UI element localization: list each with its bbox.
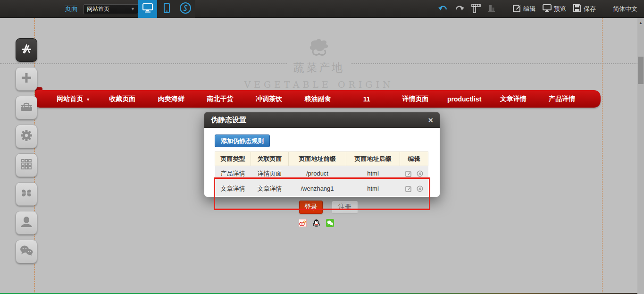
table-row: 文章详情 文章详情 /wenzhang1 html bbox=[215, 181, 428, 196]
nav-item-productlist[interactable]: productlist bbox=[440, 95, 489, 103]
responsive-icon bbox=[179, 2, 192, 16]
sidebar-item-widgets[interactable] bbox=[16, 182, 37, 206]
nav-item-dry-goods[interactable]: 南北干货 bbox=[196, 95, 245, 103]
col-header-linked-page: 关联页面 bbox=[251, 152, 289, 166]
redo-icon bbox=[455, 5, 464, 13]
sidebar-item-modules-grid[interactable] bbox=[16, 153, 37, 177]
page-label: 页面 bbox=[65, 5, 78, 13]
page-dropdown[interactable]: 网站首页 ▼ bbox=[84, 4, 138, 14]
site-logo: 蔬菜产地 VEGETABLE ORIGIN bbox=[0, 38, 638, 90]
clover-widgets-icon bbox=[20, 187, 33, 201]
desktop-view-button[interactable] bbox=[138, 0, 157, 18]
sidebar-item-settings[interactable] bbox=[16, 125, 37, 148]
sidebar-item-design-market[interactable] bbox=[16, 38, 37, 62]
qq-icon[interactable] bbox=[312, 219, 320, 227]
nav-item-favorites[interactable]: 收藏页面 bbox=[98, 95, 147, 103]
login-button[interactable]: 登录 bbox=[299, 201, 323, 214]
register-button[interactable]: 注册 bbox=[332, 201, 358, 214]
site-navbar: 网站首页▼ 收藏页面 肉类海鲜 南北干货 冲调茶饮 粮油副食 11 详情页面 p… bbox=[35, 90, 601, 108]
language-label: 简体中文 bbox=[613, 5, 637, 13]
row-delete-icon[interactable] bbox=[417, 185, 423, 192]
site-subtitle: VEGETABLE ORIGIN bbox=[0, 79, 638, 90]
sidebar-item-wechat[interactable] bbox=[16, 240, 37, 263]
editor-sidebar bbox=[16, 38, 37, 269]
rules-table: 页面类型 关联页面 页面地址前缀 页面地址后缀 编辑 产品详情 详情页面 /pr… bbox=[215, 151, 428, 196]
preview-label: 预览 bbox=[554, 5, 566, 13]
cell-url-suffix: html bbox=[346, 181, 400, 196]
nav-item-product-detail[interactable]: 产品详情 bbox=[537, 95, 586, 103]
nav-item-home[interactable]: 网站首页▼ bbox=[49, 95, 98, 103]
cell-page-type: 产品详情 bbox=[215, 166, 251, 181]
col-header-url-prefix: 页面地址前缀 bbox=[289, 152, 346, 166]
redo-button[interactable] bbox=[455, 5, 464, 13]
sidebar-item-member[interactable] bbox=[16, 211, 37, 235]
weibo-icon[interactable] bbox=[299, 219, 307, 227]
scrollbar-thumb[interactable] bbox=[638, 57, 644, 84]
cell-linked-page: 详情页面 bbox=[251, 166, 289, 181]
ruler-icon bbox=[471, 4, 481, 15]
mobile-icon bbox=[164, 3, 170, 15]
top-toolbar: 页面 网站首页 ▼ bbox=[0, 0, 644, 18]
edit-pencil-icon bbox=[513, 4, 521, 14]
add-rule-button[interactable]: 添加伪静态规则 bbox=[215, 134, 270, 147]
page-dropdown-value: 网站首页 bbox=[87, 5, 109, 13]
sidebar-item-toolbox[interactable] bbox=[16, 96, 37, 119]
sidebar-item-add-module[interactable] bbox=[16, 67, 37, 91]
design-market-icon bbox=[20, 42, 33, 58]
undo-button[interactable] bbox=[438, 5, 448, 13]
nav-item-article-detail[interactable]: 文章详情 bbox=[489, 95, 538, 103]
col-header-edit: 编辑 bbox=[400, 152, 428, 166]
member-icon bbox=[20, 216, 33, 230]
dialog-title: 伪静态设置 bbox=[211, 116, 246, 125]
cell-page-type: 文章详情 bbox=[215, 181, 251, 196]
ruler-button[interactable] bbox=[471, 4, 481, 15]
vegetable-logo-icon bbox=[307, 38, 331, 59]
scroll-up-arrow-icon[interactable]: ▲ bbox=[637, 21, 644, 25]
wechat-share-icon[interactable] bbox=[326, 219, 334, 227]
cell-url-prefix: /product bbox=[289, 166, 346, 181]
nav-item-grain-oil[interactable]: 粮油副食 bbox=[293, 95, 343, 103]
mobile-view-button[interactable] bbox=[157, 0, 176, 18]
save-button[interactable]: 保存 bbox=[573, 4, 596, 14]
col-header-page-type: 页面类型 bbox=[215, 152, 251, 166]
nav-item-detail-page[interactable]: 详情页面 bbox=[391, 95, 440, 103]
dialog-header[interactable]: 伪静态设置 × bbox=[204, 112, 440, 128]
cell-linked-page: 文章详情 bbox=[251, 181, 289, 196]
stats-button[interactable] bbox=[488, 4, 496, 14]
cell-url-suffix: html bbox=[346, 166, 400, 181]
edit-label: 编辑 bbox=[523, 5, 535, 13]
col-header-url-suffix: 页面地址后缀 bbox=[346, 152, 400, 166]
stats-icon bbox=[488, 4, 496, 14]
preview-button[interactable]: 预览 bbox=[543, 4, 566, 14]
row-delete-icon[interactable] bbox=[417, 170, 423, 177]
add-module-icon bbox=[20, 72, 33, 86]
undo-icon bbox=[438, 5, 448, 13]
nav-dropdown-caret-icon: ▼ bbox=[86, 97, 90, 102]
save-floppy-icon bbox=[573, 4, 581, 14]
close-icon[interactable]: × bbox=[428, 116, 433, 125]
row-edit-icon[interactable] bbox=[405, 170, 412, 177]
toolbox-icon bbox=[20, 101, 33, 114]
nav-item-tea-drinks[interactable]: 冲调茶饮 bbox=[244, 95, 293, 103]
cell-url-prefix: /wenzhang1 bbox=[289, 181, 346, 196]
language-switch[interactable]: 简体中文 bbox=[613, 5, 637, 13]
vertical-scrollbar[interactable]: ▲ bbox=[637, 18, 644, 294]
responsive-view-button[interactable] bbox=[176, 0, 195, 18]
row-edit-icon[interactable] bbox=[405, 185, 412, 192]
nav-item-meat-seafood[interactable]: 肉类海鲜 bbox=[147, 95, 196, 103]
wechat-icon bbox=[19, 245, 33, 258]
desktop-icon bbox=[142, 3, 153, 15]
social-login-row bbox=[299, 219, 334, 227]
settings-gear-icon bbox=[20, 129, 33, 144]
pseudo-static-dialog: 伪静态设置 × 添加伪静态规则 页面类型 关联页面 页面地址前缀 页面地址后缀 … bbox=[204, 112, 440, 197]
site-title: 蔬菜产地 bbox=[287, 60, 351, 75]
save-label: 保存 bbox=[584, 5, 596, 13]
edit-button[interactable]: 编辑 bbox=[513, 4, 535, 14]
nav-item-11[interactable]: 11 bbox=[342, 95, 391, 103]
preview-monitor-icon bbox=[543, 4, 552, 14]
chevron-down-icon: ▼ bbox=[131, 7, 135, 11]
grid-modules-icon bbox=[20, 158, 33, 172]
table-row: 产品详情 详情页面 /product html bbox=[215, 166, 428, 181]
